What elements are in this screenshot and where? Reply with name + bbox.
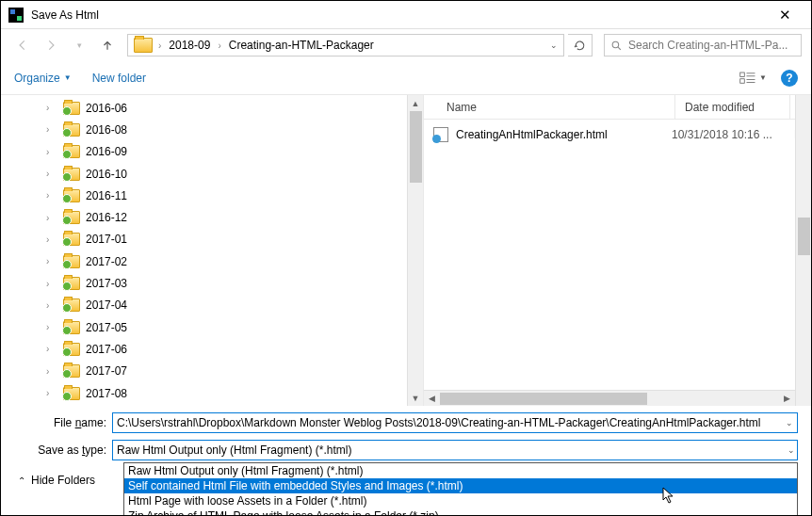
search-icon — [610, 40, 623, 52]
type-option[interactable]: Html Page with loose Assets in a Folder … — [124, 493, 797, 508]
organize-label: Organize — [14, 72, 60, 85]
hscroll-thumb[interactable] — [440, 393, 647, 405]
expand-icon[interactable]: › — [46, 190, 57, 201]
help-button[interactable]: ? — [781, 70, 798, 87]
tree-scroll-thumb[interactable] — [410, 111, 422, 183]
file-row[interactable]: CreatingAnHtmlPackager.html 10/31/2018 1… — [424, 123, 811, 146]
recent-dropdown[interactable]: ▾ — [67, 33, 91, 57]
close-button[interactable]: ✕ — [766, 7, 804, 24]
chevron-up-icon: ⌃ — [18, 476, 25, 486]
scroll-right-icon[interactable]: ▶ — [779, 391, 795, 406]
folder-icon — [63, 298, 80, 312]
tree-scrollbar[interactable]: ▲ ▼ — [407, 95, 423, 406]
organize-menu[interactable]: Organize ▼ — [14, 72, 72, 85]
tree-folder[interactable]: ›2017-07 — [46, 361, 423, 382]
tree-folder[interactable]: ›2017-05 — [46, 316, 423, 338]
expand-icon[interactable]: › — [46, 234, 57, 245]
column-name[interactable]: Name — [437, 95, 675, 119]
expand-icon[interactable]: › — [46, 169, 57, 179]
arrow-up-icon — [101, 39, 114, 52]
app-icon — [8, 8, 24, 23]
folder-label: 2016-12 — [86, 211, 127, 224]
tree-folder[interactable]: ›2017-08 — [46, 382, 423, 404]
expand-icon[interactable]: › — [46, 213, 57, 223]
folder-icon — [63, 123, 80, 137]
expand-icon[interactable]: › — [46, 124, 57, 135]
chevron-down-icon: ▼ — [64, 73, 72, 82]
vscroll-thumb[interactable] — [798, 218, 810, 255]
expand-icon[interactable]: › — [46, 147, 57, 157]
file-hscrollbar[interactable]: ◀ ▶ — [424, 390, 795, 406]
folder-label: 2017-05 — [86, 321, 127, 334]
expand-icon[interactable]: › — [46, 388, 57, 398]
filename-input[interactable]: C:\Users\rstrahl\Dropbox\Markdown Monste… — [112, 412, 798, 433]
folder-label: 2017-04 — [86, 298, 127, 312]
chevron-down-icon: ▼ — [759, 73, 767, 82]
forward-button[interactable] — [39, 33, 63, 57]
expand-icon[interactable]: › — [46, 322, 57, 332]
tree-folder[interactable]: ›2017-02 — [46, 250, 423, 272]
search-input[interactable]: Search Creating-an-HTML-Pa... — [604, 34, 802, 56]
type-option[interactable]: Raw Html Output only (Html Fragment) (*.… — [124, 463, 797, 478]
folder-icon — [63, 387, 80, 400]
folder-icon — [63, 321, 80, 334]
tree-folder[interactable]: ›2016-08 — [46, 119, 423, 140]
view-mode-button[interactable]: ▼ — [735, 69, 771, 88]
folder-label: 2016-08 — [86, 123, 127, 137]
scroll-up-icon[interactable]: ▲ — [408, 95, 423, 111]
expand-icon[interactable]: › — [46, 103, 57, 113]
titlebar: Save As Html ✕ — [1, 1, 811, 29]
scroll-down-icon[interactable]: ▼ — [408, 390, 423, 406]
folder-icon — [63, 277, 80, 290]
folder-label: 2017-01 — [86, 233, 127, 246]
new-folder-button[interactable]: New folder — [92, 72, 146, 85]
refresh-button[interactable] — [568, 34, 593, 56]
expand-icon[interactable]: › — [46, 279, 57, 289]
tree-folder[interactable]: ›2017-01 — [46, 229, 423, 250]
chevron-down-icon[interactable]: ⌄ — [782, 418, 793, 427]
tree-folder[interactable]: ›2016-11 — [46, 185, 423, 206]
back-button[interactable] — [10, 33, 35, 57]
file-date: 10/31/2018 10:16 ... — [672, 128, 787, 141]
filename-value: C:\Users\rstrahl\Dropbox\Markdown Monste… — [117, 416, 760, 429]
scroll-left-icon[interactable]: ◀ — [424, 391, 440, 406]
search-placeholder: Search Creating-an-HTML-Pa... — [628, 39, 788, 52]
saveastype-dropdown[interactable]: Raw Html Output only (Html Fragment) (*.… — [123, 462, 798, 516]
breadcrumb-segment[interactable]: Creating-an-HTML-Packager — [223, 35, 380, 56]
folder-label: 2016-10 — [86, 168, 127, 181]
filename-label: File name: — [14, 416, 112, 429]
tree-folder[interactable]: ›2016-10 — [46, 163, 423, 185]
breadcrumb-segment[interactable]: 2018-09 — [163, 35, 216, 56]
file-vscrollbar[interactable] — [795, 95, 811, 406]
arrow-left-icon — [16, 39, 29, 52]
folder-tree: ›2016-06›2016-08›2016-09›2016-10›2016-11… — [1, 95, 423, 406]
expand-icon[interactable]: › — [46, 366, 57, 377]
tree-folder[interactable]: ›2017-04 — [46, 295, 423, 316]
type-option[interactable]: Zip Archive of HTML Page with loose Asse… — [124, 508, 797, 516]
folder-icon — [63, 211, 80, 224]
tree-folder[interactable]: ›2017-06 — [46, 338, 423, 360]
folder-label: 2017-03 — [86, 277, 127, 290]
column-date[interactable]: Date modified — [675, 95, 790, 119]
saveastype-value: Raw Html Output only (Html Fragment) (*.… — [117, 443, 351, 457]
toolbar: Organize ▼ New folder ▼ ? — [1, 61, 811, 95]
folder-label: 2016-09 — [86, 145, 127, 158]
expand-icon[interactable]: › — [46, 300, 57, 311]
hide-folders-toggle[interactable]: ⌃ Hide Folders — [14, 474, 95, 487]
address-dropdown[interactable]: ⌄ — [546, 40, 561, 50]
saveastype-select[interactable]: Raw Html Output only (Html Fragment) (*.… — [112, 440, 798, 460]
type-option[interactable]: Self contained Html File with embedded S… — [124, 478, 797, 493]
expand-icon[interactable]: › — [46, 344, 57, 354]
up-button[interactable] — [95, 33, 120, 57]
tree-folder[interactable]: ›2017-03 — [46, 272, 423, 294]
expand-icon[interactable]: › — [46, 256, 57, 266]
folder-icon — [63, 168, 80, 181]
address-bar[interactable]: › 2018-09 › Creating-an-HTML-Packager ⌄ — [127, 34, 564, 56]
svg-point-0 — [612, 41, 619, 48]
view-icon — [739, 72, 756, 85]
tree-folder[interactable]: ›2016-06 — [46, 97, 423, 119]
chevron-right-icon: › — [216, 40, 222, 51]
tree-folder[interactable]: ›2016-12 — [46, 206, 423, 228]
folder-icon — [63, 102, 80, 115]
tree-folder[interactable]: ›2016-09 — [46, 141, 423, 163]
